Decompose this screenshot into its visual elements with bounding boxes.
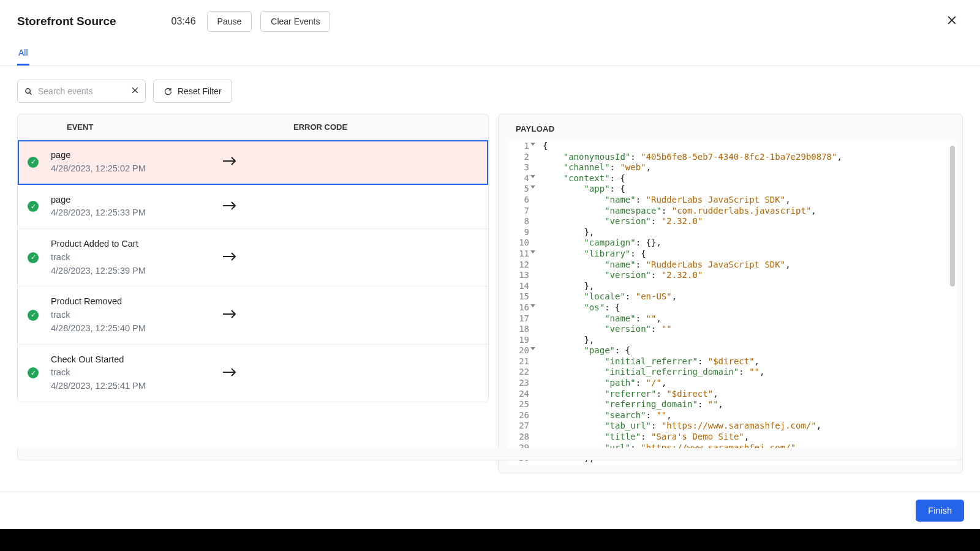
line-number: 14 — [507, 281, 529, 292]
fold-icon[interactable] — [530, 250, 535, 253]
arrow-right-icon — [222, 201, 237, 212]
event-row[interactable]: ✓page4/28/2023, 12:25:02 PM — [18, 140, 488, 185]
svg-point-2 — [26, 88, 31, 93]
payload-title: PAYLOAD — [499, 124, 962, 141]
pause-button[interactable]: Pause — [207, 11, 252, 32]
line-number: 23 — [507, 378, 529, 389]
line-number: 5 — [507, 184, 529, 195]
clear-events-button[interactable]: Clear Events — [260, 11, 330, 32]
arrow-right-icon — [222, 368, 237, 378]
code-line: "locale": "en-US", — [543, 291, 951, 302]
event-row[interactable]: ✓Product Added to Carttrack4/28/2023, 12… — [18, 229, 488, 287]
event-text: Check Out Startedtrack4/28/2023, 12:25:4… — [51, 353, 222, 393]
event-row[interactable]: ✓Product Removedtrack4/28/2023, 12:25:40… — [18, 287, 488, 344]
bottom-strip — [17, 448, 963, 460]
line-number: 13 — [507, 270, 529, 281]
fold-icon[interactable] — [530, 304, 535, 307]
line-number: 7 — [507, 206, 529, 217]
line-number: 12 — [507, 260, 529, 271]
events-table: EVENT ERROR CODE ✓page4/28/2023, 12:25:0… — [17, 114, 489, 402]
line-number: 8 — [507, 216, 529, 227]
event-timestamp: 4/28/2023, 12:25:40 PM — [51, 322, 222, 335]
code-line: }, — [543, 281, 951, 292]
line-number: 18 — [507, 324, 529, 335]
line-number: 11 — [507, 249, 529, 260]
col-error-header: ERROR CODE — [226, 122, 488, 132]
fold-icon[interactable] — [530, 143, 535, 146]
event-title: Product Added to Cart — [51, 238, 222, 251]
code-line: "path": "/", — [543, 378, 951, 389]
code-line: "campaign": {}, — [543, 238, 951, 249]
event-text: Product Added to Carttrack4/28/2023, 12:… — [51, 238, 222, 277]
line-number: 17 — [507, 313, 529, 324]
code-line: }, — [543, 335, 951, 346]
payload-panel: PAYLOAD 12345678910111213141516171819202… — [498, 114, 963, 473]
event-type: page — [51, 149, 222, 162]
event-text: Product Removedtrack4/28/2023, 12:25:40 … — [51, 295, 222, 335]
arrow-right-icon — [222, 252, 237, 263]
code-line: "namespace": "com.rudderlabs.javascript"… — [543, 206, 951, 217]
event-timestamp: 4/28/2023, 12:25:33 PM — [51, 206, 222, 220]
fold-icon[interactable] — [530, 175, 535, 178]
line-number: 1 — [507, 141, 529, 152]
code-line: "referring_domain": "", — [543, 399, 951, 410]
search-input[interactable] — [38, 86, 126, 96]
success-icon: ✓ — [28, 157, 39, 168]
code-line: "initial_referrer": "$direct", — [543, 356, 951, 367]
line-number: 24 — [507, 389, 529, 400]
reset-filter-label: Reset Filter — [178, 86, 222, 96]
close-icon[interactable] — [941, 12, 963, 31]
search-icon — [24, 87, 33, 96]
arrow-right-icon — [222, 157, 237, 167]
line-number: 10 — [507, 238, 529, 249]
line-number: 2 — [507, 152, 529, 163]
success-icon: ✓ — [28, 201, 39, 212]
code-line: "library": { — [543, 249, 951, 260]
code-line: "os": { — [543, 302, 951, 313]
svg-line-3 — [30, 92, 32, 94]
search-field-wrap — [17, 80, 146, 103]
line-number: 9 — [507, 227, 529, 238]
tab-all[interactable]: All — [17, 42, 29, 66]
scrollbar-thumb[interactable] — [950, 146, 955, 287]
event-text: page4/28/2023, 12:25:02 PM — [51, 149, 222, 176]
col-event-header: EVENT — [18, 122, 226, 132]
line-number: 22 — [507, 367, 529, 378]
event-row[interactable]: ✓page4/28/2023, 12:25:33 PM — [18, 185, 488, 230]
line-number: 26 — [507, 410, 529, 421]
line-number: 19 — [507, 335, 529, 346]
code-line: "version": "2.32.0" — [543, 270, 951, 281]
line-number: 15 — [507, 291, 529, 302]
code-line: "version": "2.32.0" — [543, 216, 951, 227]
payload-code[interactable]: 1234567891011121314151617181920212223242… — [507, 141, 956, 465]
code-line: "referrer": "$direct", — [543, 389, 951, 400]
line-number: 20 — [507, 345, 529, 356]
line-number: 21 — [507, 356, 529, 367]
code-line: "name": "", — [543, 313, 951, 324]
event-type: track — [51, 251, 222, 264]
line-number: 6 — [507, 195, 529, 206]
success-icon: ✓ — [28, 252, 39, 263]
reset-filter-button[interactable]: Reset Filter — [153, 80, 232, 103]
events-table-header: EVENT ERROR CODE — [18, 114, 488, 140]
event-type: track — [51, 366, 222, 380]
code-line: "initial_referring_domain": "", — [543, 367, 951, 378]
success-icon: ✓ — [28, 310, 39, 321]
fold-icon[interactable] — [530, 186, 535, 189]
code-line: "app": { — [543, 184, 951, 195]
clear-search-icon[interactable] — [131, 86, 139, 96]
code-line: "page": { — [543, 345, 951, 356]
event-type: page — [51, 193, 222, 207]
line-number: 4 — [507, 173, 529, 184]
line-number: 25 — [507, 399, 529, 410]
event-title: Product Removed — [51, 295, 222, 309]
line-number: 3 — [507, 162, 529, 173]
code-line: "tab_url": "https://www.saramashfej.com/… — [543, 421, 951, 432]
event-type: track — [51, 309, 222, 322]
event-row[interactable]: ✓Check Out Startedtrack4/28/2023, 12:25:… — [18, 345, 488, 402]
code-line: "name": "RudderLabs JavaScript SDK", — [543, 260, 951, 271]
fold-icon[interactable] — [530, 347, 535, 350]
event-timestamp: 4/28/2023, 12:25:02 PM — [51, 162, 222, 176]
line-number: 16 — [507, 302, 529, 313]
code-line: "version": "" — [543, 324, 951, 335]
